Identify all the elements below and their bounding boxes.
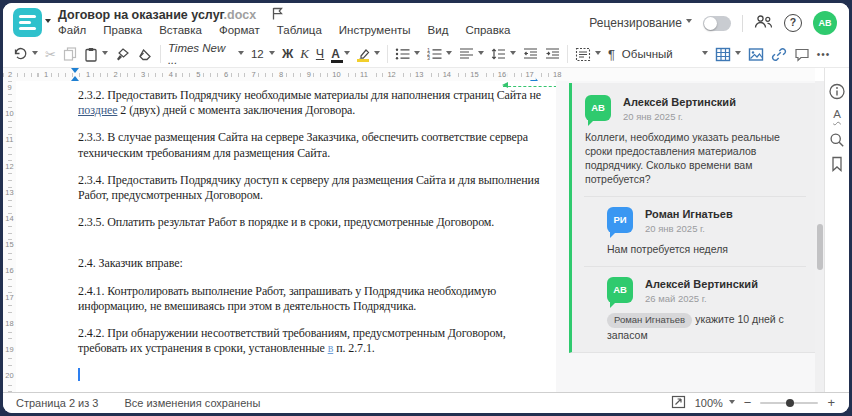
line-spacing-button[interactable] xyxy=(491,47,516,61)
zoom-in-button[interactable]: + xyxy=(827,398,835,408)
insert-image-button[interactable] xyxy=(748,47,764,62)
ruler-number: 16 xyxy=(3,266,16,275)
comment-item[interactable]: АВАлексей Вертинский20 янв 2025 г.Коллег… xyxy=(572,95,818,186)
more-tools-button[interactable]: ••• xyxy=(817,49,831,60)
comment-avatar: АВ xyxy=(585,95,611,121)
undo-button[interactable] xyxy=(13,47,38,61)
page-indicator[interactable]: Страница 2 из 3 xyxy=(16,397,98,409)
menu-item[interactable]: Таблица xyxy=(277,24,322,36)
align-button[interactable] xyxy=(459,47,484,61)
format-painter-icon[interactable] xyxy=(115,47,130,62)
comment-author: Роман Игнатьев xyxy=(645,207,805,220)
chevron-down-icon xyxy=(446,51,452,58)
cut-button[interactable]: ✂ xyxy=(45,47,56,62)
menu-item[interactable]: Справка xyxy=(465,24,510,36)
ruler-number: 9 xyxy=(305,69,313,80)
spellcheck-icon[interactable]: А xyxy=(833,108,841,120)
review-mode-button[interactable]: Рецензирование xyxy=(589,16,692,30)
comment-avatar: АВ xyxy=(607,277,633,303)
paragraph[interactable] xyxy=(78,242,544,256)
numbered-list-button[interactable]: 123 xyxy=(427,47,452,61)
review-toggle[interactable] xyxy=(703,16,731,31)
document-title: Договор на оказание услуг.docx xyxy=(58,7,283,23)
document-page[interactable]: 2.3.2. Предоставить Подрядчику необходим… xyxy=(16,81,556,393)
header-right: Рецензирование ? АВ xyxy=(589,11,837,35)
comment-item[interactable]: РИРоман Игнатьев20 янв 2025 г.Нам потреб… xyxy=(572,207,818,256)
italic-button[interactable]: К xyxy=(300,46,309,62)
ruler-number: 17 xyxy=(3,293,16,302)
decrease-indent-button[interactable] xyxy=(523,47,538,61)
paragraph[interactable]: 2.4.2. При обнаружении несоответствий тр… xyxy=(78,326,544,356)
chevron-down-icon xyxy=(595,51,601,58)
paragraph[interactable]: 2.4. Заказчик вправе: xyxy=(78,256,544,271)
search-icon[interactable] xyxy=(829,132,845,152)
menu-item[interactable]: Вставка xyxy=(159,24,202,36)
info-icon[interactable] xyxy=(829,83,846,104)
font-name-select[interactable]: Times New ... xyxy=(168,42,244,66)
menu-item[interactable]: Правка xyxy=(103,24,142,36)
clear-format-eraser-icon[interactable] xyxy=(137,47,153,61)
ruler-number: 1 xyxy=(84,69,92,80)
bullet-list-button[interactable] xyxy=(395,47,420,61)
ruler-number: 13 xyxy=(3,188,16,197)
chevron-down-icon xyxy=(729,400,735,407)
menu-item[interactable]: Формат xyxy=(219,24,260,36)
chevron-down-icon xyxy=(102,51,108,58)
insert-link-button[interactable] xyxy=(771,47,787,62)
hanging-indent-marker[interactable] xyxy=(71,72,79,81)
increase-indent-button[interactable] xyxy=(545,47,560,61)
paragraph[interactable]: 2.3.2. Предоставить Подрядчику необходим… xyxy=(78,88,544,118)
paragraph[interactable]: 2.3.5. Оплатить результат Работ в порядк… xyxy=(78,215,544,230)
comment-button[interactable] xyxy=(794,47,810,62)
user-avatar[interactable]: АВ xyxy=(813,11,837,35)
zoom-slider[interactable] xyxy=(760,402,818,404)
font-size-select[interactable]: 12 xyxy=(251,48,275,60)
comment-thread-card[interactable]: АВАлексей Вертинский20 янв 2025 г.Коллег… xyxy=(569,83,818,353)
ruler-number: 12 xyxy=(3,162,16,171)
scrollbar[interactable] xyxy=(815,81,824,393)
bookmark-icon[interactable] xyxy=(831,156,844,176)
comment-date: 20 янв 2025 г. xyxy=(623,111,805,122)
chevron-down-icon xyxy=(735,51,741,58)
menu-bar: ФайлПравкаВставкаФорматТаблицаИнструмент… xyxy=(58,24,511,36)
mention-chip[interactable]: Роман Игнатьев xyxy=(607,313,692,328)
ruler-number: 13 xyxy=(413,69,425,80)
document-text[interactable]: 2.3.2. Предоставить Подрядчику необходим… xyxy=(78,88,544,393)
logo-dropdown-caret-icon[interactable] xyxy=(45,19,51,26)
underline-button[interactable]: Ч xyxy=(316,47,324,61)
menu-item[interactable]: Вид xyxy=(428,24,449,36)
scrollbar-thumb[interactable] xyxy=(817,224,823,270)
paragraph[interactable]: 2.4.1. Контролировать выполнение Работ, … xyxy=(78,284,544,314)
paragraph[interactable]: 2.3.4. Предоставить Подрядчику доступ к … xyxy=(78,173,544,203)
bold-button[interactable]: Ж xyxy=(282,47,293,61)
chevron-down-icon xyxy=(686,19,692,26)
copy-button[interactable] xyxy=(63,47,77,61)
fit-width-icon[interactable] xyxy=(671,395,686,411)
collaboration-users-icon[interactable] xyxy=(754,14,773,33)
paragraph[interactable]: 2.3.3. В случае размещения Сайта на серв… xyxy=(78,130,544,160)
menu-item[interactable]: Инструменты xyxy=(339,24,411,36)
font-color-button[interactable]: А xyxy=(331,47,350,61)
zoom-slider-handle[interactable] xyxy=(786,399,794,407)
app-logo-icon[interactable] xyxy=(13,8,42,37)
insert-table-button[interactable] xyxy=(715,47,741,62)
highlight-color-button[interactable] xyxy=(357,48,380,60)
ruler-number: 3 xyxy=(139,69,147,80)
paragraph-settings-button[interactable] xyxy=(575,47,601,62)
zoom-out-button[interactable]: − xyxy=(744,398,752,408)
zoom-select[interactable]: 100% xyxy=(695,397,735,409)
comment-item[interactable]: АВАлексей Вертинский26 май 2025 г.Роман … xyxy=(572,277,818,342)
ruler-number: 9 xyxy=(3,83,16,92)
comments-panel: АВАлексей Вертинский20 янв 2025 г.Коллег… xyxy=(556,81,815,393)
show-paragraph-marks-button[interactable]: ¶ xyxy=(608,47,615,62)
paragraph[interactable] xyxy=(78,368,544,383)
ruler-number: 12 xyxy=(385,69,397,80)
divider xyxy=(742,15,743,32)
menu-item[interactable]: Файл xyxy=(58,24,86,36)
paragraph-style-select[interactable]: Обычный xyxy=(622,48,708,60)
flag-icon[interactable] xyxy=(272,7,283,23)
horizontal-ruler[interactable]: 21123456789101112131415161718 xyxy=(3,68,815,82)
help-icon[interactable]: ? xyxy=(784,14,802,32)
vertical-ruler[interactable]: 91011121314151617181920 xyxy=(3,81,17,393)
paste-button[interactable] xyxy=(84,47,108,62)
